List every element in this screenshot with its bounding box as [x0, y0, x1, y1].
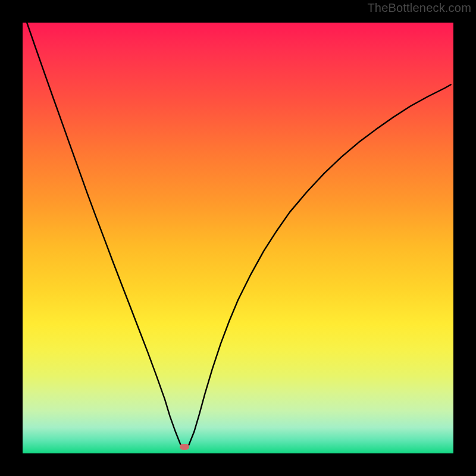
optimal-point-marker	[180, 444, 189, 450]
watermark-text: TheBottleneck.com	[367, 1, 471, 15]
bottleneck-curve-svg	[23, 23, 453, 453]
chart-frame	[14, 14, 462, 462]
bottleneck-curve-path	[27, 23, 451, 449]
plot-area	[23, 23, 453, 453]
